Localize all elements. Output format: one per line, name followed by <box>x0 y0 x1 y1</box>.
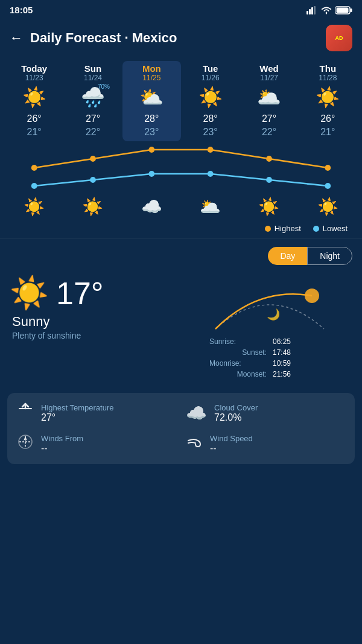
wifi-icon <box>321 6 332 14</box>
night-button[interactable]: Night <box>307 247 352 265</box>
svg-rect-6 <box>337 7 349 13</box>
toggle-section: Day Night <box>0 238 362 270</box>
temperature-chart <box>5 144 357 192</box>
day-date-2: 11/25 <box>142 74 160 82</box>
forecast-grid: Today11/23☀️26°21°Sun11/24🌧️70%27°22°Mon… <box>5 61 357 141</box>
day-col-5[interactable]: Thu11/28☀️26°21° <box>299 61 357 141</box>
wind-speed-label: Wind Speed <box>210 434 253 443</box>
weather-icon-3: ☀️ <box>198 86 223 109</box>
lowest-label: Lowest <box>323 224 348 233</box>
day-name-2: Mon <box>142 63 161 74</box>
high-temp-4: 27° <box>262 113 276 124</box>
detail-cloud-cover: ☁️ Cloud Cover 72.0% <box>186 403 345 424</box>
high-temp-2: 28° <box>144 113 159 124</box>
high-temp-1: 27° <box>86 113 100 124</box>
weather-icon-1: 🌧️70% <box>81 86 105 109</box>
highest-temp-label: Highest Temperature <box>41 403 113 412</box>
current-weather-right: 🌙 Sunrise: 06:25 Sunset: 17:48 Moonrise:… <box>187 275 352 378</box>
cloud-icon: ☁️ <box>186 403 207 423</box>
current-temp-row: ☀️ 17° <box>10 275 175 311</box>
header: ← Daily Forecast · Mexico AD <box>0 20 362 61</box>
svg-point-12 <box>325 165 331 171</box>
forecast-section: Today11/23☀️26°21°Sun11/24🌧️70%27°22°Mon… <box>0 61 362 238</box>
bottom-icons-row: ☀️☀️☁️🌥️☀️☀️ <box>5 194 357 219</box>
day-col-3[interactable]: Tue11/26☀️28°23° <box>181 61 240 141</box>
day-name-1: Sun <box>84 63 101 74</box>
weather-icon-2: ⛅ <box>139 86 164 109</box>
detail-wind-speed: Wind Speed -- <box>186 433 345 454</box>
winds-from-value: -- <box>41 443 83 454</box>
highest-temp-text: Highest Temperature 27° <box>41 403 113 423</box>
bottom-icon-5: ☀️ <box>299 194 357 219</box>
svg-rect-2 <box>311 7 313 14</box>
highest-temp-icon <box>17 403 34 424</box>
bottom-icon-2: ☁️ <box>122 194 181 219</box>
low-temp-4: 22° <box>262 127 276 138</box>
day-col-1[interactable]: Sun11/24🌧️70%27°22° <box>63 61 122 141</box>
day-col-4[interactable]: Wed11/27🌥️27°22° <box>240 61 298 141</box>
bottom-icon-4: ☀️ <box>240 194 298 219</box>
day-name-0: Today <box>21 63 47 74</box>
day-date-1: 11/24 <box>84 74 102 82</box>
sun-times: Sunrise: 06:25 Sunset: 17:48 Moonrise: 1… <box>209 337 330 378</box>
current-temperature: 17° <box>56 275 104 311</box>
winds-from-label: Winds From <box>41 434 83 443</box>
sunset-label: Sunset: <box>209 348 267 357</box>
cloud-cover-value: 72.0% <box>214 412 258 423</box>
wind-speed-value: -- <box>210 443 253 454</box>
detail-winds-from: Winds From -- <box>17 433 176 454</box>
day-col-2[interactable]: Mon11/25⛅28°23° <box>122 61 181 141</box>
day-button[interactable]: Day <box>268 247 307 265</box>
current-sun-icon: ☀️ <box>10 275 49 311</box>
svg-point-18 <box>325 183 331 189</box>
low-temp-0: 21° <box>27 127 42 138</box>
day-name-5: Thu <box>320 63 337 74</box>
back-button[interactable]: ← <box>10 30 23 46</box>
signal-icon <box>306 6 317 14</box>
weather-icon-5: ☀️ <box>316 86 340 109</box>
current-condition: Sunny <box>10 314 175 330</box>
svg-rect-5 <box>351 8 352 12</box>
svg-point-15 <box>148 171 154 177</box>
svg-rect-1 <box>309 9 311 14</box>
weather-icon-0: ☀️ <box>22 86 46 109</box>
legend: Highest Lowest <box>5 219 357 238</box>
chart-area <box>5 144 357 192</box>
high-temp-3: 28° <box>203 113 218 124</box>
moonrise-value: 10:59 <box>273 359 330 368</box>
sun-arc-svg: 🌙 <box>209 275 330 335</box>
svg-text:🌙: 🌙 <box>267 308 281 321</box>
wind-speed-icon <box>186 433 203 454</box>
day-date-0: 11/23 <box>25 74 43 82</box>
day-col-0[interactable]: Today11/23☀️26°21° <box>5 61 63 141</box>
lowest-dot <box>313 226 319 232</box>
current-description: Plenty of sunshine <box>10 331 175 340</box>
svg-point-14 <box>90 177 96 183</box>
status-time: 18:05 <box>10 5 33 15</box>
svg-rect-0 <box>306 11 308 14</box>
weather-details: Highest Temperature 27° ☁️ Cloud Cover 7… <box>7 393 355 464</box>
svg-rect-3 <box>314 6 316 14</box>
moonset-label: Moonset: <box>209 370 267 378</box>
current-weather-left: ☀️ 17° Sunny Plenty of sunshine <box>10 275 175 378</box>
svg-point-8 <box>90 156 96 162</box>
status-icons <box>306 6 352 14</box>
high-temp-0: 26° <box>27 113 42 124</box>
legend-lowest: Lowest <box>313 224 348 233</box>
low-temp-1: 22° <box>86 127 100 138</box>
highest-label: Highest <box>275 224 301 233</box>
svg-point-11 <box>266 156 272 162</box>
battery-icon <box>335 6 352 14</box>
svg-point-10 <box>208 147 214 153</box>
day-date-4: 11/27 <box>260 74 278 82</box>
ad-badge: AD <box>326 25 352 51</box>
detail-highest-temp: Highest Temperature 27° <box>17 403 176 424</box>
day-date-3: 11/26 <box>202 74 220 82</box>
bottom-icon-1: ☀️ <box>63 194 122 219</box>
sun-arc: 🌙 <box>209 275 330 335</box>
svg-point-16 <box>208 171 214 177</box>
low-temp-2: 23° <box>144 127 159 138</box>
sunrise-value: 06:25 <box>273 337 330 346</box>
highest-dot <box>265 226 271 232</box>
low-temp-3: 23° <box>203 127 218 138</box>
